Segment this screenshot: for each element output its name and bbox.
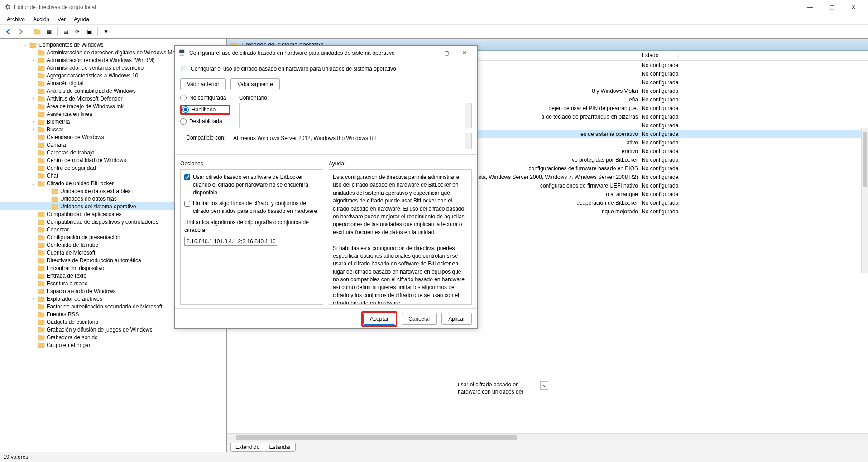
separator	[57, 27, 58, 36]
menu-ver[interactable]: Ver	[54, 15, 69, 24]
folder-icon	[38, 273, 45, 279]
collapse-icon[interactable]: ⌄	[22, 43, 28, 47]
next-setting-button[interactable]: Valor siguiente	[230, 78, 280, 90]
maximize-button[interactable]: ▢	[821, 1, 842, 14]
chevron-down-icon[interactable]: ⌄	[540, 381, 548, 390]
comment-textarea[interactable]	[239, 103, 472, 128]
radio-enabled[interactable]: Habilitada	[182, 106, 228, 113]
checkbox-use-software[interactable]	[184, 174, 190, 180]
tree-label: Compatibilidad de aplicaciones	[47, 211, 121, 217]
vertical-scrollbar[interactable]	[861, 128, 868, 273]
tree-item[interactable]: Grupo en el hogar	[0, 341, 226, 349]
toolbar: ▦ ▤ ⟳ ▣ ▼	[0, 25, 868, 38]
options-header: Opciones:	[180, 160, 323, 167]
extended-preview: ⌄ usar el cifrado basado en hardware con…	[458, 381, 548, 395]
preview-line1: usar el cifrado basado en	[458, 381, 519, 388]
oid-input[interactable]	[184, 237, 277, 246]
folder-icon	[38, 257, 45, 264]
cell-estado: No configurada	[638, 156, 679, 164]
compat-text: Al menos Windows Server 2012, Windows 8 …	[233, 135, 377, 141]
dialog-body: 📄 Configurar el uso de cifrado basado en…	[175, 60, 477, 308]
tree-label: Unidades de datos extraíbles	[60, 188, 130, 194]
props-button[interactable]: ▣	[84, 26, 95, 37]
dialog-maximize-button[interactable]: ▢	[437, 47, 456, 59]
expander-icon[interactable]: ›	[30, 96, 36, 101]
tree-label: Administración de derechos digitales de …	[47, 49, 185, 56]
tree-label: Compatibilidad de dispositivos y control…	[47, 219, 158, 225]
apply-button[interactable]: Aplicar	[441, 313, 472, 325]
back-button[interactable]	[3, 26, 14, 37]
folder-icon	[38, 88, 45, 94]
close-button[interactable]: ✕	[843, 1, 864, 14]
folder-icon	[38, 49, 45, 56]
folder-icon	[51, 196, 58, 202]
list-button[interactable]: ▦	[43, 26, 54, 37]
folder-icon	[38, 280, 45, 287]
opt3-label: Limitar los algoritmos de criptografía o…	[184, 219, 319, 234]
status-text: 19 valores	[3, 454, 28, 460]
dialog-close-button[interactable]: ✕	[456, 47, 474, 59]
checkbox-limit-algorithms[interactable]	[184, 201, 190, 207]
folder-icon	[38, 57, 45, 63]
options-col: Opciones: Usar cifrado basado en softwar…	[180, 160, 323, 305]
window-title: Editor de directivas de grupo local	[14, 4, 800, 10]
tab-extendido[interactable]: Extendido	[230, 443, 264, 452]
folder-icon	[38, 126, 45, 133]
folder-icon	[38, 96, 45, 102]
expander-icon[interactable]: ›	[30, 120, 36, 124]
dialog-minimize-button[interactable]: —	[419, 47, 437, 59]
dialog-subtitle: Configurar el uso de cifrado basado en h…	[191, 66, 396, 72]
col-estado[interactable]: Estado	[638, 51, 679, 60]
folder-icon	[38, 65, 45, 71]
menu-accion[interactable]: Acción	[29, 15, 53, 24]
menu-ayuda[interactable]: Ayuda	[70, 15, 93, 24]
ok-button[interactable]: Aceptar	[363, 313, 395, 325]
folder-icon	[38, 288, 45, 294]
filter-button[interactable]: ▼	[101, 26, 111, 37]
menu-archivo[interactable]: Archivo	[3, 15, 29, 24]
cell-estado: No configurada	[638, 79, 679, 86]
tree-label: Administrador de ventanas del escritorio	[47, 65, 144, 71]
folder-icon	[38, 265, 45, 271]
expander-icon[interactable]: ›	[30, 297, 36, 301]
app-icon	[4, 4, 11, 11]
opt-use-software[interactable]: Usar cifrado basado en software de BitLo…	[184, 173, 319, 196]
horizontal-scrollbar[interactable]	[227, 433, 868, 441]
opt-limit-algorithms[interactable]: Limitar los algoritmos de cifrado y conj…	[184, 200, 319, 215]
cell-estado: No configurada	[638, 70, 679, 77]
export-button[interactable]: ▤	[60, 26, 71, 37]
cell-estado: No configurada	[638, 173, 679, 181]
tree-label: Directivas de Reproducción automática	[47, 257, 141, 264]
expander-icon[interactable]: ›	[30, 58, 36, 63]
refresh-button[interactable]: ⟳	[72, 26, 83, 37]
minimize-button[interactable]: —	[800, 1, 820, 14]
cancel-button[interactable]: Cancelar	[402, 313, 437, 325]
cell-estado: No configurada	[638, 139, 679, 146]
preview-line2: hardware con unidades del	[458, 389, 523, 395]
folder-icon	[38, 72, 45, 79]
dialog-titlebar: 🖥️ Configurar el uso de cifrado basado e…	[175, 46, 477, 60]
tree-item[interactable]: Grabadora de sonido	[0, 333, 226, 341]
tab-estandar[interactable]: Estándar	[264, 443, 296, 452]
help-col: Ayuda: Esta configuración de directiva p…	[329, 160, 472, 305]
bottom-tabs: Extendido Estándar	[227, 441, 868, 452]
tree-label: Análisis de confiabilidad de Windows	[47, 88, 136, 94]
dialog-title: Configurar el uso de cifrado basado en h…	[189, 50, 419, 56]
help-box[interactable]: Esta configuración de directiva permite …	[329, 169, 472, 305]
tree-label: Grabadora de sonido	[47, 334, 98, 341]
tree-label: Administración remota de Windows (WinRM)	[47, 57, 155, 63]
radio-not-configured[interactable]: No configurada	[180, 95, 230, 101]
folder-icon	[51, 203, 58, 210]
radio-disabled[interactable]: Deshabilitada	[180, 118, 230, 125]
policy-dialog: 🖥️ Configurar el uso de cifrado basado e…	[174, 45, 478, 329]
prev-setting-button[interactable]: Valor anterior	[180, 78, 226, 90]
separator	[175, 154, 477, 155]
folder-icon	[38, 211, 45, 217]
forward-button[interactable]	[15, 26, 26, 37]
tree-label: Espacio aislado de Windows	[47, 288, 116, 294]
up-button[interactable]	[32, 26, 43, 37]
dialog-icon: 🖥️	[178, 49, 186, 57]
expander-icon[interactable]: ›	[30, 127, 36, 132]
cell-estado: No configurada	[638, 208, 679, 215]
expander-icon[interactable]: ⌄	[30, 181, 36, 186]
